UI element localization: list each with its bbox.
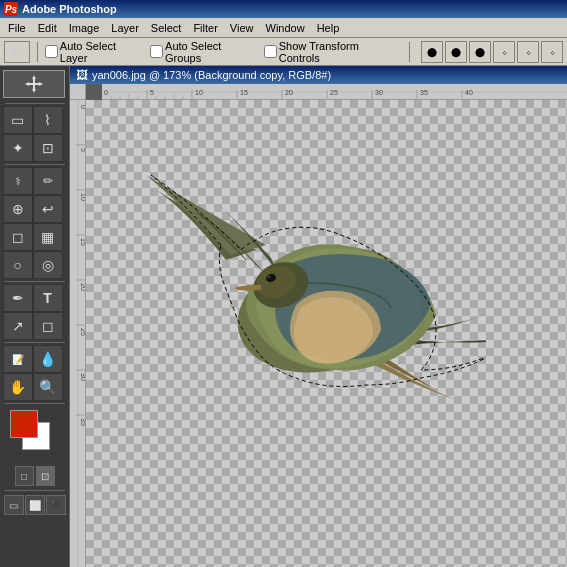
- healing-brush-tool[interactable]: ⚕: [3, 167, 33, 195]
- lasso-tool[interactable]: ⌇: [33, 106, 63, 134]
- separator-2: [409, 42, 410, 62]
- standard-screen-btn[interactable]: ▭: [4, 495, 24, 515]
- auto-select-groups-checkbox[interactable]: [150, 45, 163, 58]
- tool-row-7: ✒ T: [3, 284, 67, 312]
- horizontal-ruler: 0 5 10 15 20 25 30 35 40: [102, 84, 567, 100]
- dodge-tool[interactable]: ○: [3, 251, 33, 279]
- tool-row-9: 📝 💧: [3, 345, 67, 373]
- magic-wand-tool[interactable]: ✦: [3, 134, 33, 162]
- ruler-v-svg: 0 5 10 15 20 25 30 35: [70, 100, 86, 567]
- document-titlebar: 🖼 yan006.jpg @ 173% (Background copy, RG…: [70, 66, 567, 84]
- app-title: Adobe Photoshop: [22, 3, 117, 15]
- title-bar: Ps Adobe Photoshop: [0, 0, 567, 18]
- path-select-tool[interactable]: ↗: [3, 312, 33, 340]
- color-picker[interactable]: [10, 410, 60, 460]
- vertical-ruler: 0 5 10 15 20 25 30 35: [70, 100, 86, 567]
- tool-sep-3: [5, 281, 65, 282]
- svg-text:25: 25: [330, 89, 338, 96]
- distribute-right-icon[interactable]: ⬦: [541, 41, 563, 63]
- show-transform-check[interactable]: Show Transform Controls: [264, 40, 402, 64]
- canvas-content: 0 5 10 15 20 25 30 35: [70, 100, 567, 567]
- ruler-row: 0 5 10 15 20 25 30 35 40: [70, 84, 567, 100]
- distribute-left-icon[interactable]: ⬦: [493, 41, 515, 63]
- tool-sep-5: [5, 403, 65, 404]
- transform-icons: ⬤ ⬤ ⬤ ⬦ ⬦ ⬦: [421, 41, 563, 63]
- menu-window[interactable]: Window: [260, 20, 311, 36]
- app-icon: Ps: [4, 2, 18, 16]
- main-area: ▭ ⌇ ✦ ⊡ ⚕ ✏ ⊕ ↩ ◻ ▦ ○ ◎ ✒ T ↗: [0, 66, 567, 567]
- menu-bar: File Edit Image Layer Select Filter View…: [0, 18, 567, 38]
- pen-tool[interactable]: ✒: [3, 284, 33, 312]
- type-tool[interactable]: T: [33, 284, 63, 312]
- svg-text:20: 20: [285, 89, 293, 96]
- gradient-tool[interactable]: ▦: [33, 223, 63, 251]
- tool-sep-6: [5, 490, 65, 491]
- menu-help[interactable]: Help: [311, 20, 346, 36]
- screen-mode-area: ▭ ⬜ ⬛: [4, 495, 66, 515]
- bird-image: [126, 130, 476, 450]
- blur-tool[interactable]: ◎: [33, 251, 63, 279]
- move-cursor-icon: [24, 74, 44, 94]
- auto-select-layer-checkbox[interactable]: [45, 45, 58, 58]
- menu-edit[interactable]: Edit: [32, 20, 63, 36]
- tool-sep-2: [5, 164, 65, 165]
- brush-tool[interactable]: ✏: [33, 167, 63, 195]
- clone-stamp-tool[interactable]: ⊕: [3, 195, 33, 223]
- quick-mask-btn[interactable]: ⊡: [36, 466, 55, 486]
- distribute-center-icon[interactable]: ⬦: [517, 41, 539, 63]
- align-left-icon[interactable]: ⬤: [421, 41, 443, 63]
- menu-filter[interactable]: Filter: [187, 20, 223, 36]
- history-brush-tool[interactable]: ↩: [33, 195, 63, 223]
- show-transform-checkbox[interactable]: [264, 45, 277, 58]
- quick-mask-area: □ ⊡: [15, 466, 55, 486]
- zoom-tool[interactable]: 🔍: [33, 373, 63, 401]
- svg-text:5: 5: [150, 89, 154, 96]
- auto-select-groups-check[interactable]: Auto Select Groups: [150, 40, 260, 64]
- move-tool[interactable]: [3, 70, 65, 98]
- menu-file[interactable]: File: [2, 20, 32, 36]
- menu-select[interactable]: Select: [145, 20, 188, 36]
- align-right-icon[interactable]: ⬤: [469, 41, 491, 63]
- eraser-tool[interactable]: ◻: [3, 223, 33, 251]
- foreground-color-swatch[interactable]: [10, 410, 38, 438]
- svg-text:10: 10: [195, 89, 203, 96]
- canvas-area: 🖼 yan006.jpg @ 173% (Background copy, RG…: [70, 66, 567, 567]
- tool-row-4: ⊕ ↩: [3, 195, 67, 223]
- bird-svg: [126, 130, 486, 440]
- move-tool-btn[interactable]: [4, 41, 30, 63]
- crop-tool[interactable]: ⊡: [33, 134, 63, 162]
- menu-layer[interactable]: Layer: [105, 20, 145, 36]
- tool-row-5: ◻ ▦: [3, 223, 67, 251]
- svg-text:15: 15: [240, 89, 248, 96]
- toolbar-options-area: [3, 70, 67, 98]
- svg-text:40: 40: [465, 89, 473, 96]
- eyedropper-tool[interactable]: 💧: [33, 345, 63, 373]
- tool-row-10: ✋ 🔍: [3, 373, 67, 401]
- svg-text:30: 30: [375, 89, 383, 96]
- standard-mode-btn[interactable]: □: [15, 466, 34, 486]
- ruler-h-svg: 0 5 10 15 20 25 30 35 40: [102, 84, 567, 100]
- menu-view[interactable]: View: [224, 20, 260, 36]
- notes-tool[interactable]: 📝: [3, 345, 33, 373]
- shape-tool[interactable]: ◻: [33, 312, 63, 340]
- menu-image[interactable]: Image: [63, 20, 106, 36]
- tool-sep-4: [5, 342, 65, 343]
- ruler-corner: [70, 84, 86, 100]
- tool-row-6: ○ ◎: [3, 251, 67, 279]
- canvas-viewport[interactable]: [86, 100, 567, 567]
- hand-tool[interactable]: ✋: [3, 373, 33, 401]
- document-title: yan006.jpg @ 173% (Background copy, RGB/…: [92, 69, 331, 81]
- full-screen-btn[interactable]: ⬜: [25, 495, 45, 515]
- align-center-icon[interactable]: ⬤: [445, 41, 467, 63]
- full-screen-no-menu-btn[interactable]: ⬛: [46, 495, 66, 515]
- tool-row-1: ▭ ⌇: [3, 106, 67, 134]
- svg-marker-0: [8, 43, 23, 59]
- tool-row-3: ⚕ ✏: [3, 167, 67, 195]
- toolbar: ▭ ⌇ ✦ ⊡ ⚕ ✏ ⊕ ↩ ◻ ▦ ○ ◎ ✒ T ↗: [0, 66, 70, 567]
- rectangular-marquee-tool[interactable]: ▭: [3, 106, 33, 134]
- move-tool-icon: [8, 43, 26, 61]
- tool-row-8: ↗ ◻: [3, 312, 67, 340]
- svg-text:35: 35: [420, 89, 428, 96]
- auto-select-layer-check[interactable]: Auto Select Layer: [45, 40, 146, 64]
- svg-text:0: 0: [104, 89, 108, 96]
